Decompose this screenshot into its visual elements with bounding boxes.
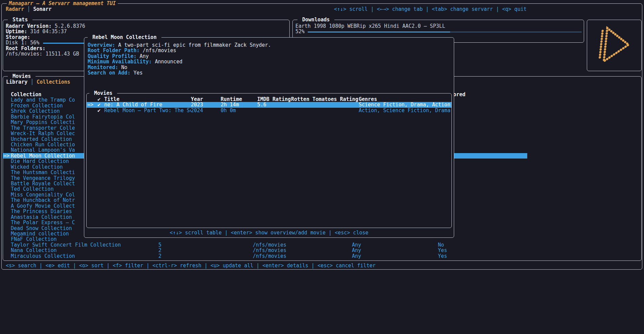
download-item-title: Earth 1998 1080p WEBRip x265 Hindi AAC2.…: [295, 23, 584, 29]
movies-tabs: Library │ Collections: [6, 79, 70, 85]
collection-name-cell: Miraculous Collection: [11, 253, 158, 259]
collection-row[interactable]: Miraculous Collection 2 /nfs/movies Any …: [3, 253, 527, 259]
field-overview: Overview: A two-part sci-fi epic from fi…: [88, 42, 454, 48]
movie-row[interactable]: =>✔ ne: A Child of Fire 2023 2h 14m 5.6 …: [87, 102, 451, 107]
tab-sonarr[interactable]: Sonarr: [33, 6, 51, 12]
collection-name-cell: Nana Collection: [11, 248, 158, 253]
footer-keybind-hints: <s> search | <e> edit | <o> sort | <f> f…: [6, 263, 376, 268]
movies-panel-title: Movies: [8, 74, 36, 79]
tab-collections[interactable]: Collections: [37, 79, 70, 85]
column-header-title: Title: [104, 97, 191, 102]
field-monitored: Monitored: No: [88, 65, 454, 70]
field-minimum-availability: Minimum Availability: Announced: [88, 59, 454, 64]
column-header-year: Year: [191, 97, 221, 102]
column-header-runtime: Runtime: [221, 97, 257, 102]
collection-row[interactable]: Nana Collection 2 /nfs/movies Any Yes: [3, 248, 527, 253]
tab-library[interactable]: Library: [6, 79, 27, 85]
field-quality-profile: Quality Profile: Any: [88, 54, 454, 59]
collection-movies-block: Movies ✔ Title Year Runtime IMDB Rating …: [86, 93, 452, 228]
top-keybind-hints: <↑↓> scroll | <←→> change tab | <tab> ch…: [334, 6, 527, 12]
logo-panel: [587, 20, 642, 71]
tab-radarr[interactable]: Radarr: [6, 6, 24, 12]
stats-panel-title: Stats: [8, 17, 32, 22]
field-search-on-add: Search on Add: Yes: [88, 70, 454, 76]
modal-keybind-hints: <↑↓> scroll table | <enter> show overvie…: [84, 230, 454, 235]
column-header-rotten-tomatoes: Rotten Tomatoes Rating: [291, 97, 359, 102]
collection-row[interactable]: Taylor Swift Concert Film Collection 5 /…: [3, 242, 527, 248]
uptime: Uptime: 31d 04:35:37: [6, 29, 289, 34]
modal-title: Rebel Moon Collection: [88, 35, 161, 40]
download-progress-gauge: [308, 32, 582, 33]
collection-movies-title: Movies: [89, 90, 117, 96]
collection-details-modal: Rebel Moon Collection Overview: A two-pa…: [84, 37, 454, 238]
tab-separator: │: [30, 79, 34, 85]
movies-header-row: ✔ Title Year Runtime IMDB Rating Rotten …: [87, 97, 451, 102]
play-logo-icon: [594, 23, 634, 67]
column-header-imdb: IMDB Rating: [257, 97, 291, 102]
app-title: Managarr – A Servarr management TUI: [7, 1, 118, 6]
tab-separator: │: [27, 6, 30, 12]
downloads-panel-title: Downloads: [297, 17, 334, 22]
column-header-genres: Genres: [359, 97, 451, 102]
radarr-version: Radarr Version: 5.2.6.8376: [6, 23, 289, 29]
column-header-check: ✔: [97, 97, 101, 102]
collection-fields: Overview: A two-part sci-fi epic from fi…: [84, 38, 454, 76]
movie-row[interactable]: ✔ Rebel Moon – Part Two: The Scar 2024 0…: [87, 108, 451, 113]
movie-title-cell: ne: A Child of Fire: [104, 102, 191, 107]
field-root-folder: Root Folder Path: /nfs/movies: [88, 48, 454, 53]
collection-name-cell: Taylor Swift Concert Film Collection: [11, 242, 158, 248]
movie-title-cell: Rebel Moon – Part Two: The Scar: [104, 108, 191, 113]
servarr-tabs: Radarr │ Sonarr: [6, 6, 51, 12]
